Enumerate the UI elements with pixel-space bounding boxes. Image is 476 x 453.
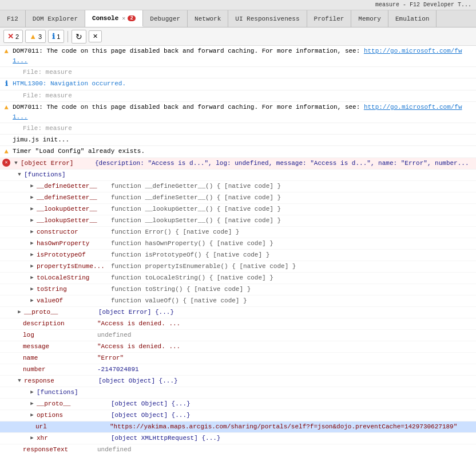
tree-toggle-response-functions[interactable]: ▶ — [29, 388, 35, 397]
warn-icon-1: ▲ — [2, 47, 10, 57]
tree-toggle-valueOf[interactable]: ▶ — [29, 296, 35, 306]
tree-toggle-lookupSetter[interactable]: ▶ — [29, 216, 35, 226]
tree-toggle-proto[interactable]: ▶ — [16, 308, 23, 317]
tree-toggle-functions[interactable]: ▼ — [16, 170, 23, 180]
tab-profiler-label: Profiler — [314, 15, 344, 22]
tree-val-constructor: function Error() { [native code] } — [111, 227, 239, 237]
close-icon: ✕ — [93, 33, 98, 40]
tree-key-response-xhr: xhr — [37, 434, 111, 443]
warning-count: 3 — [38, 33, 42, 40]
tree-toggle-response-xhr[interactable]: ▶ — [29, 434, 35, 443]
tree-key-valueOf: valueOf — [37, 296, 111, 306]
tree-row-response-options: ▶ options [object Object] {...} — [0, 410, 476, 422]
tree-key-lookupSetter: __lookupSetter__ — [37, 216, 111, 226]
tab-ui-responsiveness-label: UI Responsiveness — [235, 15, 299, 22]
tree-toggle-toString[interactable]: ▶ — [29, 285, 35, 294]
refresh-button[interactable]: ↻ — [72, 30, 86, 44]
log-text-dom7011-2: DOM7011: The code on this page disabled … — [13, 103, 474, 122]
tree-row-constructor: ▶ constructor function Error() { [native… — [0, 227, 476, 238]
tree-row-defineGetter: ▶ __defineGetter__ function __defineGett… — [0, 181, 476, 192]
dom7011-link-1[interactable]: http://go.microsoft.com/fw1... — [13, 48, 462, 64]
log-text-jimu: jimu.js init... — [13, 135, 474, 145]
tree-val-log: undefined — [97, 330, 131, 340]
warn-icon-2: ▲ — [2, 103, 10, 113]
tree-row-toLocaleString: ▶ toLocaleString function toLocaleString… — [0, 273, 476, 284]
tree-val-response-options: [object Object] {...} — [111, 411, 191, 420]
tree-row-functions: ▼ [functions] — [0, 170, 476, 181]
tree-key-lookupGetter: __lookupGetter__ — [37, 204, 111, 214]
tree-val-defineGetter: function __defineGetter__() { [native co… — [111, 182, 281, 191]
tab-ui-responsiveness[interactable]: UI Responsiveness — [228, 10, 307, 27]
error-count: 2 — [15, 33, 19, 40]
tree-key-propertyIsEnumerable: propertyIsEnume... — [37, 262, 111, 271]
tree-toggle-isPrototypeOf[interactable]: ▶ — [29, 250, 35, 260]
tree-val-message: "Access is denied. ... — [97, 342, 180, 352]
info-count: 1 — [57, 33, 60, 40]
tree-toggle-root[interactable]: ▼ — [13, 159, 19, 168]
tree-toggle-defineGetter[interactable]: ▶ — [29, 182, 35, 191]
tree-toggle-defineSetter[interactable]: ▶ — [29, 193, 35, 203]
tab-f12[interactable]: F12 — [0, 10, 26, 27]
clear-button[interactable]: ✕ — [89, 30, 102, 42]
tree-key-response: response — [24, 376, 98, 386]
tab-console-close[interactable]: ✕ — [122, 15, 125, 22]
tree-key-response-functions: [functions] — [37, 388, 111, 397]
warning-filter-button[interactable]: ▲ 3 — [25, 30, 46, 43]
tree-key-defineSetter: __defineSetter__ — [37, 193, 111, 203]
tree-toggle-response-proto[interactable]: ▶ — [29, 399, 35, 409]
tree-val-name: "Error" — [97, 353, 124, 363]
tab-profiler[interactable]: Profiler — [307, 10, 352, 27]
tab-debugger[interactable]: Debugger — [143, 10, 188, 27]
tree-val-proto: [object Error] {...} — [98, 308, 174, 317]
tree-toggle-response-options[interactable]: ▶ — [29, 411, 35, 420]
log-line-file-html1300: File: measure — [0, 90, 476, 102]
tree-toggle-constructor[interactable]: ▶ — [29, 227, 35, 237]
tree-val-response-xhr: [object XMLHttpRequest] {...} — [111, 434, 220, 443]
tree-row-responseText: responseText undefined — [0, 444, 476, 453]
title-bar-text: measure - F12 Developer T... — [375, 2, 471, 8]
tree-row-response-xhr: ▶ xhr [object XMLHttpRequest] {...} — [0, 433, 476, 444]
tab-memory[interactable]: Memory — [351, 10, 388, 27]
log-line-dom7011-2: ▲ DOM7011: The code on this page disable… — [0, 102, 476, 123]
tab-bar: F12 DOM Explorer Console ✕ 2 Debugger Ne… — [0, 10, 476, 27]
tab-network[interactable]: Network — [188, 10, 228, 27]
tab-console[interactable]: Console ✕ 2 — [85, 10, 143, 27]
info-filter-button[interactable]: ℹ 1 — [48, 30, 64, 43]
tab-memory-label: Memory — [358, 15, 381, 22]
log-text-timer: Timer "Load Config" already exists. — [13, 147, 474, 156]
toolbar: ✕ 2 ▲ 3 ℹ 1 ↻ ✕ — [0, 27, 476, 46]
tree-val-responseText: undefined — [97, 445, 131, 453]
tree-row-description: description "Access is denied. ... — [0, 318, 476, 330]
tab-emulation[interactable]: Emulation — [388, 10, 437, 27]
tree-toggle-hasOwnProperty[interactable]: ▶ — [29, 239, 35, 249]
tree-val-number: -2147024891 — [97, 365, 139, 375]
tree-row-response-functions: ▶ [functions] — [0, 387, 476, 399]
info-icon: ℹ — [52, 32, 55, 41]
file-ref-1: File: measure — [13, 68, 474, 77]
tree-val-defineSetter: function __defineSetter__() { [native co… — [111, 193, 281, 203]
error-icon: ✕ — [7, 32, 14, 41]
log-line-dom7011-1: ▲ DOM7011: The code on this page disable… — [0, 46, 476, 67]
tree-toggle-propertyIsEnumerable[interactable]: ▶ — [29, 262, 35, 271]
tree-toggle-toLocaleString[interactable]: ▶ — [29, 273, 35, 283]
tab-dom-explorer[interactable]: DOM Explorer — [26, 10, 85, 27]
tree-val-response-url: "https://yakima.maps.arcgis.com/sharing/… — [110, 422, 457, 432]
dom7011-link-2[interactable]: http://go.microsoft.com/fw1... — [13, 104, 462, 120]
tree-key-defineGetter: __defineGetter__ — [37, 182, 111, 191]
tree-val-lookupSetter: function __lookupSetter__() { [native co… — [111, 216, 281, 226]
tree-val-description: "Access is denied. ... — [97, 319, 180, 329]
tree-row-isPrototypeOf: ▶ isPrototypeOf function isPrototypeOf()… — [0, 250, 476, 261]
console-area: ▲ DOM7011: The code on this page disable… — [0, 46, 476, 453]
tab-debugger-label: Debugger — [150, 15, 180, 22]
tree-toggle-lookupGetter[interactable]: ▶ — [29, 204, 35, 214]
tree-row-lookupSetter: ▶ __lookupSetter__ function __lookupSett… — [0, 215, 476, 227]
tree-row-valueOf: ▶ valueOf function valueOf() { [native c… — [0, 296, 476, 307]
tree-row-message: message "Access is denied. ... — [0, 341, 476, 353]
log-line-timer: ▲ Timer "Load Config" already exists. — [0, 146, 476, 158]
title-bar: measure - F12 Developer T... — [0, 0, 476, 10]
error-filter-button[interactable]: ✕ 2 — [3, 30, 23, 43]
tree-toggle-response[interactable]: ▼ — [16, 376, 23, 386]
tree-key-message: message — [23, 342, 97, 352]
tree-row-propertyIsEnumerable: ▶ propertyIsEnume... function propertyIs… — [0, 261, 476, 273]
log-line-jimu: jimu.js init... — [0, 135, 476, 146]
